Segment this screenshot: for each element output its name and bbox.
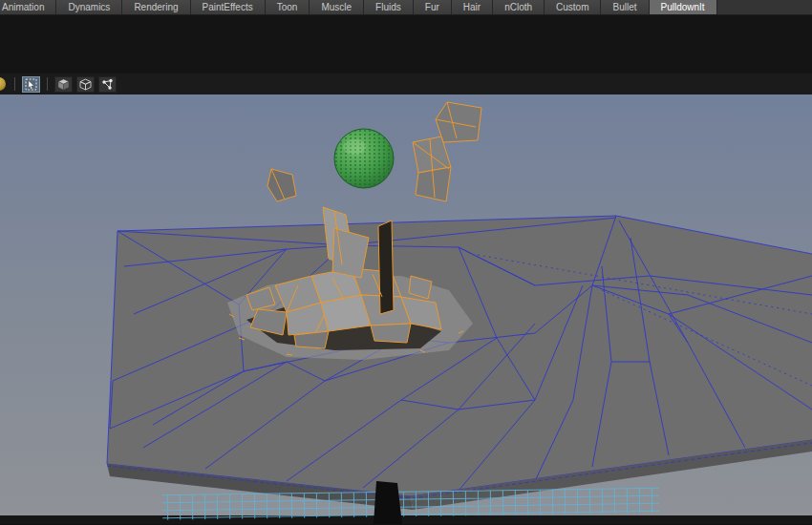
tab-custom[interactable]: Custom: [545, 0, 601, 14]
tab-hair[interactable]: Hair: [452, 0, 493, 14]
cube-icon[interactable]: [54, 76, 73, 93]
menu-tab-bar: Animation Dynamics Rendering PaintEffect…: [0, 0, 812, 15]
viewport-3d[interactable]: [0, 94, 812, 524]
bottom-dark-strip: [0, 515, 812, 524]
bottom-center-shadow: [374, 481, 402, 524]
tab-pulldownit[interactable]: PulldownIt: [650, 0, 717, 14]
tab-fur[interactable]: Fur: [414, 0, 452, 14]
cube-wireframe-icon[interactable]: [76, 76, 95, 93]
tab-bullet[interactable]: Bullet: [601, 0, 649, 14]
tab-painteffects[interactable]: PaintEffects: [191, 0, 266, 14]
viewport-scene: [0, 94, 812, 524]
maya-window: Animation Dynamics Rendering PaintEffect…: [0, 0, 812, 525]
status-toolbar: [0, 74, 812, 94]
toolbar-separator: [14, 77, 15, 91]
toolbar-separator: [47, 77, 48, 91]
node-connections-icon[interactable]: [98, 76, 117, 93]
green-sphere: [334, 129, 394, 188]
select-tool-icon[interactable]: [22, 76, 40, 93]
ground-plane: [107, 216, 812, 496]
tab-toon[interactable]: Toon: [266, 0, 310, 14]
tab-dynamics[interactable]: Dynamics: [56, 0, 122, 14]
tab-animation[interactable]: Animation: [0, 0, 56, 14]
tabbar-filler: [717, 0, 812, 14]
tab-ncloth[interactable]: nCloth: [493, 0, 545, 14]
shelf-area: [0, 15, 812, 74]
tab-rendering[interactable]: Rendering: [122, 0, 190, 14]
sphere-icon: [0, 76, 8, 92]
tab-muscle[interactable]: Muscle: [310, 0, 364, 14]
tab-fluids[interactable]: Fluids: [364, 0, 414, 14]
